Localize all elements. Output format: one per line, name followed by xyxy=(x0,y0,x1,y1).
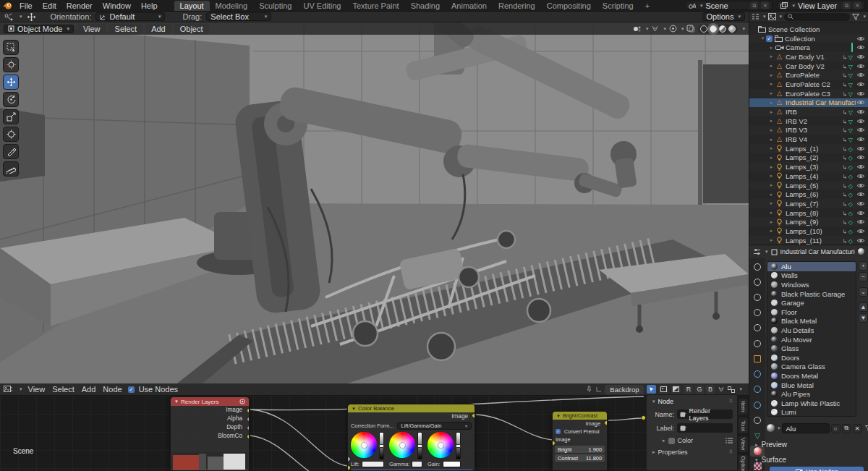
menu-window[interactable]: Window xyxy=(98,1,136,10)
color-swatch[interactable] xyxy=(362,461,384,467)
bright-contrast-header[interactable]: ▼ Bright/Contrast xyxy=(553,412,607,420)
expand-icon[interactable]: ▸ xyxy=(768,173,775,179)
node-label-field[interactable] xyxy=(677,423,733,433)
outliner-item-irb-v2[interactable]: ▸△IRB V2↳▽ xyxy=(749,116,868,126)
outliner-item-lamps-2-[interactable]: ▸Lamps_(2)↳◇ xyxy=(749,153,868,163)
outliner-item-europalete-c2[interactable]: ▸△EuroPalete C2↳▽ xyxy=(749,80,868,89)
workspace-tab-animation[interactable]: Animation xyxy=(446,1,493,11)
channel-r-button[interactable]: R xyxy=(684,385,693,394)
backdrop-color-icon[interactable] xyxy=(647,385,656,394)
color-wheel[interactable] xyxy=(351,432,377,458)
menu-render[interactable]: Render xyxy=(61,1,98,10)
measure-tool-button[interactable] xyxy=(3,161,19,177)
workspace-tab-uv-editing[interactable]: UV Editing xyxy=(297,1,346,11)
expand-icon[interactable]: ▸ xyxy=(768,100,775,106)
editor-type-icon[interactable] xyxy=(4,13,14,21)
visibility-eye-icon[interactable] xyxy=(856,72,866,78)
visibility-eye-icon[interactable] xyxy=(856,173,866,179)
alpha-output-socket[interactable] xyxy=(247,417,250,422)
surface-panel-header[interactable]: ▾ Surface xyxy=(754,456,866,464)
field-contrast[interactable]: Contrast11.800 xyxy=(555,454,605,462)
outliner-item-lamps-7-[interactable]: ▸Lamps_(7)↳◇ xyxy=(749,199,868,208)
expand-icon[interactable]: ▸ xyxy=(768,127,775,133)
cursor-tool-button[interactable] xyxy=(3,57,19,72)
material-slot-windows[interactable]: Windows xyxy=(767,280,856,289)
snap-magnet-icon[interactable] xyxy=(718,386,725,393)
pin-icon[interactable] xyxy=(586,386,592,393)
filter-icon[interactable] xyxy=(865,425,868,432)
node-panel-header[interactable]: ▾Node ⠿ xyxy=(651,398,733,405)
visibility-eye-icon[interactable] xyxy=(856,44,866,51)
expand-icon[interactable]: ▸ xyxy=(768,81,775,87)
material-slot-floor[interactable]: Floor xyxy=(767,307,856,317)
outliner-item-europalete-c3[interactable]: ▸△EuroPalete C3↳▽ xyxy=(749,89,868,98)
backdrop-alpha-icon[interactable] xyxy=(671,385,681,394)
shading-material-preview-button[interactable] xyxy=(719,25,726,33)
blender-logo-icon[interactable] xyxy=(3,1,13,10)
workspace-tab-scripting[interactable]: Scripting xyxy=(597,1,639,11)
field-bright[interactable]: Bright1.900 xyxy=(555,446,605,453)
visibility-eye-icon[interactable] xyxy=(856,54,866,60)
material-slot-garage[interactable]: Garage xyxy=(767,298,856,307)
use-nodes-button[interactable]: Use Nodes xyxy=(770,467,864,471)
image-input-socket[interactable] xyxy=(552,441,556,446)
select-box-tool-button[interactable] xyxy=(3,40,19,55)
node-bright-contrast[interactable]: ▼ Bright/Contrast Image ✓ Convert Premul… xyxy=(552,411,608,471)
visibility-eye-icon[interactable] xyxy=(856,191,866,198)
visibility-eye-icon[interactable] xyxy=(856,90,866,97)
material-slot-black-metal[interactable]: Black Metal xyxy=(767,317,856,326)
expand-icon[interactable]: ▸ xyxy=(768,192,775,198)
slot-move-up-button[interactable]: ▲ xyxy=(859,302,868,312)
collapse-icon[interactable]: ▾ xyxy=(760,35,766,41)
outliner-item-lamps-11-[interactable]: ▸Lamps_(11)↳◇ xyxy=(749,236,868,245)
material-slot-black-plastic-garage[interactable]: Black Plastic Garage xyxy=(767,289,856,299)
material-slot-lumi[interactable]: Lumi xyxy=(767,408,856,417)
preview-panel-header[interactable]: ▸ Preview xyxy=(754,441,866,449)
outliner-item-industrial-car-manufacturing[interactable]: ▸△Industrial Car Manufacturing xyxy=(749,98,868,108)
expand-icon[interactable]: ▸ xyxy=(768,228,775,234)
filter-icon[interactable] xyxy=(852,14,859,20)
options-dropdown[interactable]: Options ▾ xyxy=(702,12,745,21)
outliner-item-car-body-v1[interactable]: ▸△Car Body V1↳▽ xyxy=(749,52,868,61)
add-slot-button[interactable]: + xyxy=(859,261,868,271)
backdrop-image-icon[interactable] xyxy=(659,385,668,394)
properties-tab-view-layer[interactable] xyxy=(750,307,765,318)
properties-tab-constraints[interactable] xyxy=(750,415,765,425)
channel-b-button[interactable]: B xyxy=(705,385,715,394)
properties-tab-physics[interactable] xyxy=(750,399,765,410)
visibility-eye-icon[interactable] xyxy=(856,200,866,207)
scale-tool-button[interactable] xyxy=(3,109,19,124)
outliner-item-car-body-v2[interactable]: ▸△Car Body V2↳▽ xyxy=(749,61,868,71)
view-layer-selector[interactable]: ▾ View Layer ⧉ ✕ xyxy=(777,1,865,10)
material-slot-doors-metal[interactable]: Doors Metal xyxy=(767,371,856,381)
expand-icon[interactable]: ▸ xyxy=(768,155,775,161)
outliner-item-lamps-4-[interactable]: ▸Lamps_(4)↳◇ xyxy=(749,171,868,181)
expand-icon[interactable]: ▸ xyxy=(768,109,775,115)
properties-tab-output[interactable] xyxy=(750,292,765,302)
outliner-item-lamps-1-[interactable]: ▸Lamps_(1)↳◇ xyxy=(749,144,868,153)
remove-view-layer-button[interactable]: ✕ xyxy=(854,1,861,9)
visibility-eye-icon[interactable] xyxy=(856,63,866,69)
visibility-eye-icon[interactable] xyxy=(856,145,866,152)
expand-icon[interactable]: ▸ xyxy=(768,145,775,151)
properties-tab-modifiers[interactable] xyxy=(750,369,765,380)
color-balance-header[interactable]: ▼ Color Balance xyxy=(348,404,475,412)
viewport-3d[interactable]: Object Mode ▾ ViewSelectAddObject ▾ ▾ ▾ … xyxy=(0,22,749,383)
expand-icon[interactable]: ▸ xyxy=(768,45,775,51)
visibility-eye-icon[interactable] xyxy=(856,154,866,161)
depth-output-socket[interactable] xyxy=(247,425,250,430)
color-wheel[interactable] xyxy=(427,432,454,458)
color-panel-header[interactable]: ▸ Color xyxy=(651,437,733,444)
visibility-eye-icon[interactable] xyxy=(856,109,866,115)
visibility-eye-icon[interactable] xyxy=(856,164,866,170)
outliner-item-europalete[interactable]: ▸△EuroPalete↳▽ xyxy=(749,70,868,80)
visibility-eye-icon[interactable] xyxy=(856,99,866,106)
move-tool-button[interactable] xyxy=(3,75,19,90)
color-swatch[interactable] xyxy=(443,461,461,467)
material-slot-glass[interactable]: Glass xyxy=(767,344,856,353)
correction-formula-dropdown[interactable]: Lift/Gamma/Gain ▾ xyxy=(397,422,472,430)
image-output-socket[interactable] xyxy=(247,408,250,413)
outliner-item-lamps-6-[interactable]: ▸Lamps_(6)↳◇ xyxy=(749,190,868,199)
visibility-eye-icon[interactable] xyxy=(856,182,866,189)
expand-icon[interactable]: ▸ xyxy=(768,54,775,59)
